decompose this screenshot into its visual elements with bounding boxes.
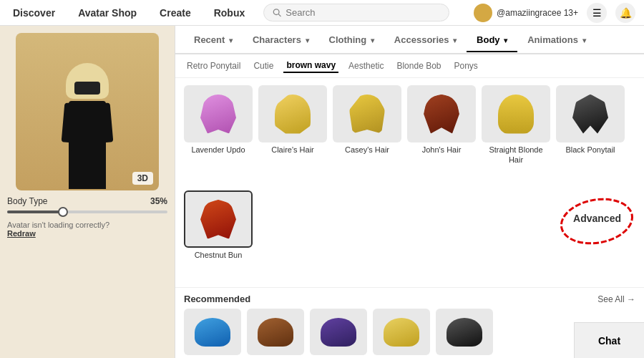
right-panel: Recent ▾ Characters ▾ Clothing ▾ Accesso… (175, 26, 644, 358)
notification-icon[interactable]: 🔔 (615, 3, 635, 23)
loading-notice: Avatar isn't loading correctly? Redraw (7, 221, 167, 238)
item-label-johns: John's Hair (407, 145, 476, 155)
hair-item-black-ponytail[interactable]: Black Ponytail (556, 85, 625, 185)
nav-discover[interactable]: Discover (9, 4, 59, 21)
3d-badge[interactable]: 3D (132, 172, 153, 185)
main-content: 3D Body Type 35% Avatar isn't loading co… (0, 26, 644, 358)
slider-thumb[interactable] (58, 207, 68, 217)
item-img-casey (333, 85, 401, 142)
hair-shape-casey (349, 95, 385, 134)
nav-create[interactable]: Create (155, 4, 195, 21)
tab-characters[interactable]: Characters ▾ (243, 29, 319, 52)
item-img-lavender (184, 85, 253, 142)
category-tabs: Recent ▾ Characters ▾ Clothing ▾ Accesso… (175, 26, 644, 54)
recommended-header: Recommended See All → (184, 294, 635, 304)
top-nav: Discover Avatar Shop Create Robux @amazi… (0, 0, 644, 26)
body-type-label: Body Type (7, 196, 47, 206)
rec-hair-blonde (384, 318, 419, 347)
hair-shape-straight (498, 95, 534, 134)
subtab-aesthetic[interactable]: Aesthetic (346, 59, 386, 72)
avatar-preview: 3D (16, 33, 159, 190)
advanced-container: Advanced (573, 212, 621, 225)
item-img-chestnut (184, 190, 253, 248)
item-label-chestnut: Chestnut Bun (184, 250, 253, 260)
rec-item-4[interactable] (373, 309, 430, 355)
tab-body[interactable]: Body ▾ (467, 29, 517, 52)
hair-shape-johns (424, 95, 459, 134)
item-label-straight: Straight Blonde Hair (482, 145, 550, 165)
rec-hair-dark (321, 318, 356, 347)
rec-hair-blue (195, 318, 230, 347)
username: @amaziingracee 13+ (497, 8, 578, 18)
subtab-ponys[interactable]: Ponys (452, 59, 481, 72)
avatar-legs (69, 146, 106, 189)
subtab-blonde-bob[interactable]: Blonde Bob (394, 59, 444, 72)
hair-items-grid: Lavender Updo Claire's Hair Casey's Hair… (175, 78, 644, 287)
hair-item-claires-hair[interactable]: Claire's Hair (258, 85, 327, 185)
see-all-button[interactable]: See All → (597, 294, 635, 304)
avatar-torso (69, 101, 106, 151)
advanced-section: Advanced (559, 205, 635, 232)
subtab-brown-wavy[interactable]: brown wavy (283, 59, 338, 73)
nav-avatar-shop[interactable]: Avatar Shop (74, 4, 141, 21)
rec-hair-brown (258, 318, 293, 347)
item-label-claire: Claire's Hair (258, 145, 327, 155)
hair-shape-black (572, 95, 608, 134)
search-bar[interactable] (263, 4, 449, 21)
user-info: @amaziingracee 13+ (474, 4, 578, 22)
hair-item-johns-hair[interactable]: John's Hair (407, 85, 476, 185)
tab-recent[interactable]: Recent ▾ (184, 29, 243, 52)
item-label-black: Black Ponytail (556, 145, 625, 155)
hair-shape-lavender (200, 95, 236, 134)
rec-item-2[interactable] (247, 309, 304, 355)
item-img-straight (482, 85, 550, 142)
rec-item-1[interactable] (184, 309, 241, 355)
tab-accessories[interactable]: Accessories ▾ (384, 29, 467, 52)
search-icon (273, 8, 281, 17)
redraw-button[interactable]: Redraw (7, 229, 36, 238)
rec-item-5[interactable] (436, 309, 493, 355)
menu-icon[interactable]: ☰ (587, 3, 607, 23)
subtab-retro-ponytail[interactable]: Retro Ponytail (184, 59, 243, 72)
hair-item-caseys-hair[interactable]: Casey's Hair (333, 85, 401, 185)
item-img-claire (258, 85, 327, 142)
avatar (474, 4, 492, 22)
hair-item-lavender-updo[interactable]: Lavender Updo (184, 85, 253, 185)
search-input[interactable] (286, 7, 440, 18)
left-panel: 3D Body Type 35% Avatar isn't loading co… (0, 26, 175, 358)
hair-item-straight-blonde[interactable]: Straight Blonde Hair (482, 85, 550, 185)
tab-animations[interactable]: Animations ▾ (517, 29, 595, 52)
recommended-items (184, 309, 635, 355)
nav-right: @amaziingracee 13+ ☰ 🔔 (474, 3, 635, 23)
svg-line-1 (278, 14, 280, 16)
body-type-slider[interactable] (7, 209, 167, 213)
nav-robux[interactable]: Robux (210, 4, 250, 21)
chat-button[interactable]: Chat (574, 322, 644, 358)
slider-fill (7, 211, 63, 213)
recommended-title: Recommended (184, 294, 250, 304)
hair-item-chestnut-bun[interactable]: Chestnut Bun (184, 190, 253, 280)
rec-item-3[interactable] (310, 309, 367, 355)
body-type-value: 35% (150, 196, 167, 206)
item-label-lavender: Lavender Updo (184, 145, 253, 155)
hair-shape-claire (275, 95, 311, 134)
item-img-black (556, 85, 625, 142)
tab-clothing[interactable]: Clothing ▾ (319, 29, 384, 52)
sub-tabs: Retro Ponytail Cutie brown wavy Aestheti… (175, 54, 644, 78)
advanced-label[interactable]: Advanced (573, 213, 621, 224)
avatar-body (59, 62, 116, 190)
avatar-mask (74, 82, 100, 95)
rec-hair-black (447, 318, 482, 347)
hair-shape-chestnut (200, 200, 236, 239)
loading-text: Avatar isn't loading correctly? (7, 221, 109, 229)
body-type-row: Body Type 35% (7, 196, 167, 206)
item-img-johns (407, 85, 476, 142)
subtab-cutie[interactable]: Cutie (250, 59, 276, 72)
item-label-casey: Casey's Hair (333, 145, 401, 155)
